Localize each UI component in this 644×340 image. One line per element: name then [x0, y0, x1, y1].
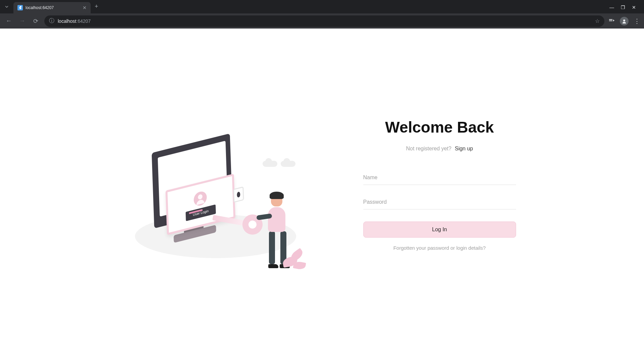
- reload-button[interactable]: ⟳: [31, 17, 40, 25]
- login-form: Welcome Back Not registered yet? Sign up…: [363, 118, 516, 251]
- site-info-icon[interactable]: ⓘ: [49, 17, 54, 25]
- cloud-icon: [263, 161, 277, 167]
- svg-point-2: [623, 19, 625, 21]
- browser-toolbar: ← → ⟳ ⓘ localhost:64207 ☆ ⋮: [0, 13, 644, 29]
- kebab-menu-icon[interactable]: ⋮: [634, 17, 640, 25]
- tab-close-icon[interactable]: ✕: [83, 5, 87, 10]
- clouds-decor: [263, 161, 295, 167]
- password-input[interactable]: [363, 195, 516, 209]
- tab-search-dropdown[interactable]: [3, 3, 11, 11]
- signup-row: Not registered yet? Sign up: [363, 146, 516, 152]
- maximize-icon[interactable]: ❐: [621, 5, 625, 10]
- login-illustration: User Login: [128, 97, 303, 272]
- new-tab-button[interactable]: +: [95, 3, 98, 10]
- not-registered-text: Not registered yet?: [406, 146, 451, 152]
- toolbar-right: ⋮: [608, 17, 640, 26]
- address-bar[interactable]: ⓘ localhost:64207 ☆: [44, 15, 604, 27]
- signup-link[interactable]: Sign up: [455, 146, 473, 152]
- plant-decor: [283, 250, 306, 270]
- tab-title: localhost:64207: [26, 5, 80, 10]
- forgot-password-link[interactable]: Forgotten your password or login details…: [363, 245, 516, 251]
- close-icon[interactable]: ✕: [632, 5, 636, 10]
- name-input[interactable]: [363, 171, 516, 185]
- page-title: Welcome Back: [363, 118, 516, 136]
- svg-rect-0: [609, 19, 612, 20]
- lock-icon: [233, 186, 244, 203]
- cloud-icon: [281, 161, 295, 167]
- card-login-button-decor: User Login: [185, 204, 216, 221]
- media-control-icon[interactable]: [608, 17, 614, 25]
- forward-button[interactable]: →: [17, 17, 27, 25]
- profile-avatar-icon[interactable]: [620, 17, 629, 26]
- svg-rect-1: [609, 20, 612, 21]
- chevron-down-icon: [5, 5, 9, 9]
- person-head: [271, 194, 282, 206]
- tab-bar: localhost:64207 ✕ + — ❐ ✕: [0, 0, 644, 13]
- page-content: User Login Welcome Bac: [0, 29, 644, 340]
- avatar-icon: [193, 190, 207, 207]
- url-text: localhost:64207: [58, 18, 592, 24]
- back-button[interactable]: ←: [4, 17, 13, 25]
- minimize-icon[interactable]: —: [609, 5, 614, 10]
- person-body: [268, 207, 285, 232]
- content-row: User Login Welcome Bac: [128, 97, 516, 272]
- browser-chrome: localhost:64207 ✕ + — ❐ ✕ ← → ⟳ ⓘ localh…: [0, 0, 644, 29]
- browser-tab[interactable]: localhost:64207 ✕: [13, 2, 91, 13]
- login-button[interactable]: Log In: [363, 222, 516, 238]
- bookmark-star-icon[interactable]: ☆: [595, 18, 600, 24]
- flutter-favicon-icon: [17, 5, 23, 10]
- window-controls: — ❐ ✕: [609, 5, 641, 13]
